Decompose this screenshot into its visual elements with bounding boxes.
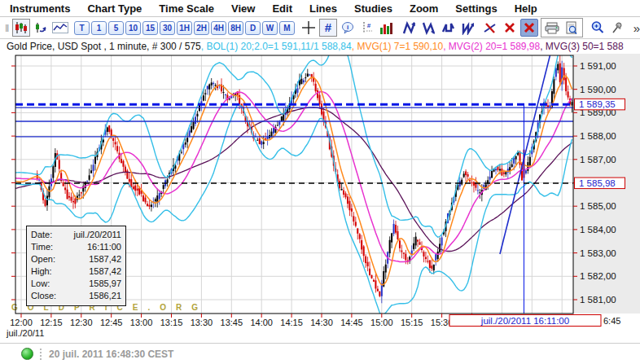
- svg-text:12:00: 12:00: [10, 318, 33, 327]
- timescale-t-button[interactable]: T: [74, 21, 90, 35]
- status-bar: 20 juil. 2011 16:48:30 CEST: [0, 343, 640, 364]
- svg-text:15:15: 15:15: [401, 318, 423, 327]
- bollinger-legend: , BOL(1) 20;2.0=1 591,11/1 588,84: [201, 41, 352, 52]
- toolbar-grip: ‖: [5, 22, 9, 34]
- timescale-30-button[interactable]: 30: [160, 21, 175, 35]
- menu-instruments[interactable]: Instruments: [10, 2, 70, 15]
- timescale-1h-button[interactable]: 1H: [177, 21, 192, 35]
- tooltip-row: High:1587,42: [31, 265, 121, 278]
- svg-text:#: #: [325, 21, 332, 34]
- tooltip-row: Close:1586,21: [31, 290, 121, 302]
- candlestick-pan-icon[interactable]: [32, 19, 50, 37]
- x-axis-date-label: juil./20/11: [6, 328, 44, 338]
- svg-text:i: i: [347, 24, 348, 31]
- tooltip-row: Open:1587,42: [31, 253, 121, 265]
- crosshair-icon[interactable]: [300, 19, 318, 37]
- connection-status-icon: [21, 348, 33, 360]
- axis-values-icon[interactable]: #: [358, 19, 376, 37]
- timescale-10-button[interactable]: 10: [125, 21, 141, 35]
- timescale-15-button[interactable]: 15: [142, 21, 158, 35]
- x-axis-last-label: 6:45: [603, 316, 620, 326]
- chart-legend: Gold Price, USD Spot , 1 minute, # 300 /…: [0, 39, 640, 54]
- delete-all-icon[interactable]: [520, 19, 538, 37]
- marked-price-label: 1 589,35: [579, 99, 616, 109]
- menu-help[interactable]: Help: [515, 2, 537, 15]
- svg-text:1 582,00: 1 582,00: [580, 271, 616, 281]
- chart-region: GOLDPRICE.ORG1 591,001 590,001 589,001 5…: [0, 54, 640, 343]
- instrument-label: Gold Price, USD Spot , 1 minute, # 300 /…: [7, 41, 201, 52]
- svg-text:14:00: 14:00: [250, 318, 273, 327]
- trend-vertical-icon[interactable]: [458, 19, 476, 37]
- svg-text:12:30: 12:30: [70, 318, 93, 327]
- mvg1-legend: , MVG(1) 7=1 590,10: [352, 41, 443, 52]
- svg-text:13:45: 13:45: [221, 318, 243, 327]
- trend-up-icon[interactable]: [400, 19, 418, 37]
- menu-zoom[interactable]: Zoom: [410, 2, 438, 15]
- timescale-5-button[interactable]: 5: [108, 21, 124, 35]
- svg-text:1 591,00: 1 591,00: [580, 61, 616, 71]
- svg-text:13:30: 13:30: [191, 318, 213, 327]
- grid-icon[interactable]: #: [319, 19, 337, 37]
- cursor-time-label: juil./20/2011 16:11:00: [480, 316, 569, 326]
- svg-text:12:15: 12:15: [40, 318, 63, 327]
- svg-text:13:15: 13:15: [160, 318, 183, 327]
- status-separator: [40, 349, 44, 360]
- menu-settings[interactable]: Settings: [455, 2, 497, 15]
- info-bubble-icon[interactable]: i: [339, 19, 357, 37]
- menu-view[interactable]: View: [231, 2, 255, 15]
- svg-text:12:45: 12:45: [100, 318, 123, 327]
- timescale-1-button[interactable]: 1: [91, 21, 107, 35]
- timescale-2h-button[interactable]: 2H: [194, 21, 209, 35]
- timescale-8h-button[interactable]: 8H: [228, 21, 243, 35]
- menu-studies[interactable]: Studies: [354, 2, 392, 15]
- svg-text:1 590,00: 1 590,00: [580, 85, 616, 94]
- marked-price-label: 1 585,98: [579, 178, 616, 188]
- candlestick-chart-icon[interactable]: [12, 19, 30, 37]
- trend-down-icon[interactable]: [419, 19, 437, 37]
- timescale-w-button[interactable]: W: [262, 21, 278, 35]
- svg-text:13:00: 13:00: [130, 318, 153, 327]
- print-icon[interactable]: [543, 19, 561, 37]
- zoom-in-icon[interactable]: [589, 19, 607, 37]
- svg-text:1 581,00: 1 581,00: [580, 295, 616, 305]
- print-preview-icon[interactable]: [563, 19, 581, 37]
- pin-icon[interactable]: [608, 19, 626, 37]
- menu-chart-type[interactable]: Chart Type: [87, 2, 142, 15]
- menu-bar: InstrumentsChart TypeTime ScaleViewEditL…: [0, 0, 640, 17]
- tooltip-row: Low:1585,97: [31, 278, 121, 290]
- svg-text:#: #: [366, 22, 370, 29]
- svg-text:14:30: 14:30: [310, 318, 333, 327]
- mvg2-legend: , MVG(2) 20=1 589,98: [443, 41, 540, 52]
- svg-text:14:15: 14:15: [280, 318, 303, 327]
- more-tools-chevron[interactable]: »: [633, 21, 640, 35]
- toolbar: ‖T151015301H2H4H8HDWM#i#»: [0, 17, 640, 39]
- status-timestamp: 20 juil. 2011 16:48:30 CEST: [49, 349, 173, 360]
- menu-time-scale[interactable]: Time Scale: [159, 2, 214, 15]
- svg-text:14:45: 14:45: [340, 318, 363, 327]
- svg-text:1 583,00: 1 583,00: [580, 248, 616, 258]
- timescale-4h-button[interactable]: 4H: [211, 21, 226, 35]
- ohlc-tooltip: Date:juil./20/2011Time:16:11:00Open:1587…: [26, 226, 126, 306]
- svg-text:1 588,00: 1 588,00: [580, 131, 616, 141]
- svg-text:1 584,00: 1 584,00: [580, 225, 616, 235]
- menu-lines[interactable]: Lines: [309, 2, 337, 15]
- mvg3-legend: , MVG(3) 50=1 588: [540, 41, 623, 52]
- volume-histogram-icon[interactable]: [378, 19, 396, 37]
- print-group: [541, 18, 583, 37]
- svg-text:15:00: 15:00: [370, 318, 393, 327]
- delete-line-icon[interactable]: [481, 19, 499, 37]
- line-chart-icon[interactable]: [51, 19, 69, 37]
- svg-text:1 585,00: 1 585,00: [580, 201, 616, 211]
- delete-study-icon[interactable]: [501, 19, 519, 37]
- trend-horizontal-icon[interactable]: [439, 19, 457, 37]
- timescale-d-button[interactable]: D: [245, 21, 261, 35]
- tooltip-row: Time:16:11:00: [31, 241, 121, 253]
- timescale-m-button[interactable]: M: [279, 21, 295, 35]
- svg-text:1 587,00: 1 587,00: [580, 155, 616, 164]
- tooltip-row: Date:juil./20/2011: [31, 229, 121, 241]
- menu-edit[interactable]: Edit: [272, 2, 292, 15]
